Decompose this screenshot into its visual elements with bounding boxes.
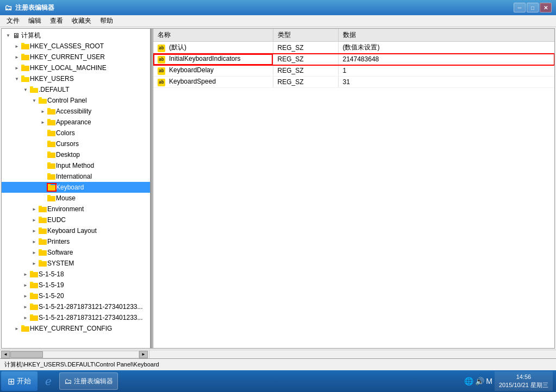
table-row[interactable]: ab (默认) REG_SZ (数值未设置) [153, 42, 554, 54]
tree-label: Software [47, 247, 73, 258]
expand-icon [21, 313, 30, 322]
tree-item-default[interactable]: .DEFAULT [2, 84, 150, 95]
start-button[interactable]: ⊞ 开始 [1, 371, 38, 391]
tree-item-s15211[interactable]: S-1-5-21-2871873121-273401233... [2, 301, 150, 312]
menu-file[interactable]: 文件 [2, 16, 24, 27]
volume-icon[interactable]: 🔊 [475, 377, 484, 385]
svg-rect-38 [39, 229, 47, 234]
reg-data-cell: 31 [338, 77, 554, 88]
table-row[interactable]: ab KeyboardDelay REG_SZ 1 [153, 65, 554, 77]
tree-item-hkcc[interactable]: HKEY_CURRENT_CONFIG [2, 323, 150, 334]
svg-rect-25 [47, 151, 51, 153]
scroll-track[interactable] [10, 351, 139, 358]
folder-icon [30, 292, 39, 300]
tree-item-s1520[interactable]: S-1-5-20 [2, 290, 150, 301]
ime-icon[interactable]: M [486, 377, 492, 385]
scroll-left-btn[interactable]: ◄ [1, 351, 10, 358]
svg-rect-17 [47, 108, 51, 110]
folder-icon [21, 42, 30, 50]
tree-item-system[interactable]: SYSTEM [2, 258, 150, 269]
tree-item-hkcu[interactable]: HKEY_CURRENT_USER [2, 52, 150, 62]
tree-item-hku[interactable]: HKEY_USERS [2, 73, 150, 84]
reg-name-cell: ab (默认) [153, 42, 273, 54]
svg-rect-50 [30, 294, 38, 299]
network-icon[interactable]: 🌐 [464, 377, 473, 385]
expand-icon [39, 172, 47, 181]
svg-rect-19 [47, 119, 51, 121]
table-row[interactable]: ab KeyboardSpeed REG_SZ 31 [153, 77, 554, 88]
col-header-type[interactable]: 类型 [273, 29, 338, 42]
svg-rect-18 [47, 120, 55, 125]
svg-rect-34 [39, 207, 47, 212]
svg-rect-35 [39, 206, 42, 207]
svg-rect-56 [21, 326, 29, 332]
tree-label: S-1-5-21-2871873121-273401233... [39, 312, 142, 323]
scroll-right-btn[interactable]: ► [139, 351, 148, 358]
taskbar-clock[interactable]: 14:56 2015/10/21 星期三 [495, 371, 553, 391]
tree-item-eudc[interactable]: EUDC [2, 214, 150, 225]
left-scrollbar: ◄ ► [0, 350, 149, 358]
svg-rect-46 [30, 272, 38, 277]
tree-item-colors[interactable]: Colors [2, 128, 150, 138]
taskbar-regedit[interactable]: 🗂 注册表编辑器 [59, 372, 118, 390]
reg-type-icon: ab [158, 79, 165, 86]
scroll-thumb[interactable] [10, 351, 43, 358]
tree-item-international[interactable]: International [2, 171, 150, 182]
reg-type-cell: REG_SZ [273, 54, 338, 65]
tree-item-keyboard-layout[interactable]: Keyboard Layout [2, 225, 150, 236]
expand-icon [13, 42, 21, 50]
folder-icon [30, 314, 39, 321]
svg-rect-43 [39, 249, 42, 251]
taskbar-app-label: 注册表编辑器 [74, 377, 113, 386]
tree-item-appearance[interactable]: Appearance [2, 117, 150, 128]
menu-help[interactable]: 帮助 [96, 16, 117, 27]
tree-item-software[interactable]: Software [2, 247, 150, 258]
tree-label: HKEY_LOCAL_MACHINE [30, 62, 107, 73]
table-row[interactable]: ab InitialKeyboardIndicators REG_SZ 2147… [153, 54, 554, 65]
svg-rect-37 [39, 217, 42, 218]
expand-icon [30, 205, 39, 213]
reg-name-cell: ab KeyboardSpeed [153, 77, 273, 88]
col-header-data[interactable]: 数据 [338, 29, 554, 42]
expand-icon [39, 183, 47, 192]
menu-view[interactable]: 查看 [46, 16, 67, 27]
tree-label: Desktop [56, 149, 80, 160]
tree-item-desktop[interactable]: Desktop [2, 149, 150, 160]
tree-item-control-panel[interactable]: Control Panel [2, 95, 150, 106]
svg-marker-8 [21, 77, 29, 82]
tree-item-hklm[interactable]: HKEY_LOCAL_MACHINE [2, 62, 150, 73]
menu-favorites[interactable]: 收藏夹 [67, 16, 96, 27]
minimize-button[interactable]: ─ [514, 3, 526, 12]
tree-item-cursors[interactable]: Cursors [2, 138, 150, 149]
tree-label: Accessibility [56, 106, 91, 117]
tree-item-printers[interactable]: Printers [2, 236, 150, 247]
maximize-button[interactable]: □ [527, 3, 539, 12]
folder-icon [47, 129, 56, 137]
reg-name-cell: ab KeyboardDelay [153, 65, 273, 77]
expand-icon [21, 302, 30, 311]
tree-item-s1518[interactable]: S-1-5-18 [2, 269, 150, 280]
tree-item-mouse[interactable]: Mouse [2, 193, 150, 204]
tree-label: S-1-5-20 [39, 290, 64, 301]
menu-edit[interactable]: 编辑 [24, 16, 46, 27]
folder-icon [21, 53, 30, 61]
tree-item-keyboard[interactable]: Keyboard [2, 182, 150, 193]
window-title: 注册表编辑器 [15, 3, 54, 12]
svg-rect-24 [47, 153, 55, 158]
tree-item-accessibility[interactable]: Accessibility [2, 106, 150, 117]
tree-item-hkcr[interactable]: HKEY_CLASSES_ROOT [2, 41, 150, 52]
ie-taskbar-button[interactable]: ℯ [40, 372, 57, 390]
tree-item-environment[interactable]: Environment [2, 204, 150, 214]
tree-item-s15212[interactable]: S-1-5-21-2871873121-273401233... [2, 312, 150, 323]
horizontal-scrollbar-area: ◄ ► [0, 350, 556, 358]
expand-icon [13, 324, 21, 333]
expand-icon [39, 107, 47, 116]
tree-item-input-method[interactable]: Input Method [2, 160, 150, 171]
title-bar: 🗂 注册表编辑器 ─ □ ✕ [0, 0, 556, 15]
tree-item-computer[interactable]: 🖥 计算机 [2, 30, 150, 41]
folder-icon-open [39, 97, 47, 104]
svg-rect-49 [30, 282, 33, 283]
tree-item-s1519[interactable]: S-1-5-19 [2, 280, 150, 290]
col-header-name[interactable]: 名称 [153, 29, 273, 42]
close-button[interactable]: ✕ [540, 3, 552, 12]
